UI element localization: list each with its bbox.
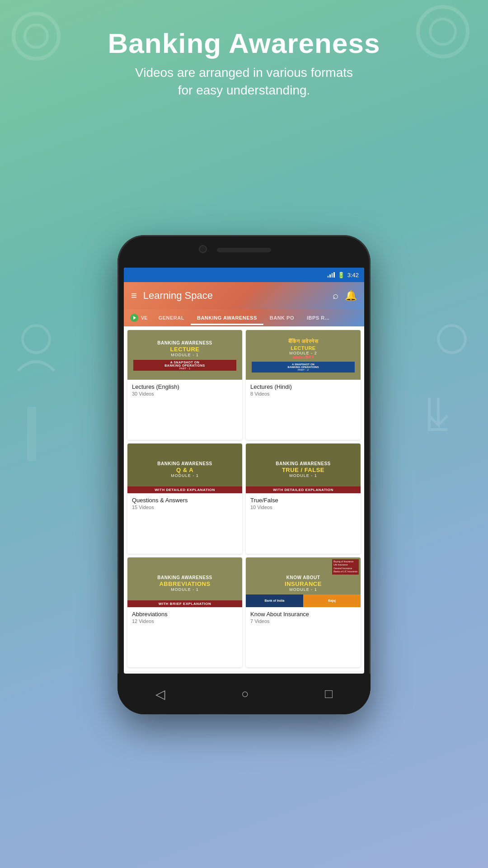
thumb-title-1: BANKING AWARENESS	[155, 340, 214, 346]
thumb-title-4: BANKING AWARENESS	[274, 461, 332, 467]
insurance-logos: Bank of India Bajaj	[246, 594, 361, 607]
live-dot	[130, 314, 138, 322]
app-bar: ≡ Learning Space ⌕ 🔔	[124, 282, 364, 309]
card-qa[interactable]: BANKING AWARENESS Q & A MODULE - 1 WITH …	[127, 443, 242, 553]
card-label-6: Know About Insurance	[250, 611, 356, 618]
thumb-module-6: MODULE - 1	[285, 587, 322, 592]
insurance-text-block: Buying of InsuranceLife InsuranceGeneral…	[332, 559, 359, 575]
thumb-banner-3: WITH DETAILED EXPLANATION	[127, 486, 242, 493]
page-subtitle: Videos are arranged in various formatsfo…	[0, 64, 488, 99]
signal-icon	[328, 272, 335, 278]
thumb-title-3: BANKING AWARENESS	[155, 461, 214, 467]
card-thumb-truefalse: BANKING AWARENESS TRUE / FALSE MODULE - …	[246, 443, 361, 493]
card-count-5: 12 Videos	[132, 618, 238, 624]
card-label-2: Lectures (Hindi)	[250, 383, 356, 390]
card-thumb-lectures-english: BANKING AWARENESS LECTURE MODULE - 1 A S…	[127, 330, 242, 380]
card-info-lectures-hindi: Lectures (Hindi) 8 Videos	[246, 380, 361, 400]
card-thumb-lectures-hindi: बैंकिंग अवेरनेस LECTURE MODULE - 2 HINDI…	[246, 330, 361, 380]
card-count-2: 8 Videos	[250, 391, 356, 396]
card-label-1: Lectures (English)	[132, 383, 238, 390]
thumb-module-3: MODULE - 1	[155, 473, 214, 478]
page-title: Banking Awareness	[0, 27, 488, 59]
tab-general[interactable]: GENERAL	[152, 311, 191, 325]
svg-point-6	[438, 326, 465, 353]
play-icon	[133, 316, 136, 320]
card-lectures-hindi[interactable]: बैंकिंग अवेरनेस LECTURE MODULE - 2 HINDI…	[246, 330, 361, 440]
card-count-4: 10 Videos	[250, 505, 356, 510]
content-grid: BANKING AWARENESS LECTURE MODULE - 1 A S…	[124, 326, 364, 671]
thumb-subtitle-3: Q & A	[155, 467, 214, 473]
tab-bank-po[interactable]: BANK PO	[263, 311, 300, 325]
thumb-module-2: MODULE - 2	[286, 351, 320, 355]
card-label-4: True/False	[250, 497, 356, 504]
insurance-logo-2: Bajaj	[303, 594, 361, 607]
thumb-hindi-title: बैंकिंग अवेरनेस	[286, 338, 320, 345]
phone-camera	[199, 245, 207, 253]
thumb-module-5: MODULE - 1	[155, 587, 214, 592]
card-info-lectures-english: Lectures (English) 30 Videos	[127, 380, 242, 400]
card-label-5: Abbreviations	[132, 611, 238, 618]
card-label-3: Questions & Answers	[132, 497, 238, 504]
thumb-subtitle-1: LECTURE	[155, 346, 214, 353]
tab-bar: VE GENERAL BANKING AWARENESS BANK PO IBP…	[124, 309, 364, 326]
card-abbreviations[interactable]: BANKING AWARENESS ABBREVIATIONS MODULE -…	[127, 557, 242, 667]
phone-screen: 🔋 3:42 ≡ Learning Space ⌕ 🔔 VE GENERAL B…	[124, 268, 364, 674]
menu-icon[interactable]: ≡	[131, 290, 137, 302]
thumb-snapshot-1: A SNAPSHOT ON	[135, 361, 235, 364]
phone-nav-bar: ◁ ○ □	[117, 674, 371, 714]
nav-back-button[interactable]: ◁	[155, 687, 165, 702]
thumb-module-4: MODULE - 1	[274, 473, 332, 478]
thumb-hindi-label: HINDI / हिंदी में	[286, 355, 320, 360]
thumb-banner-4: WITH DETAILED EXPLANATION	[246, 486, 361, 493]
card-count-3: 15 Videos	[132, 505, 238, 510]
search-icon[interactable]: ⌕	[333, 290, 338, 302]
tab-live-label: VE	[141, 315, 148, 321]
card-info-truefalse: True/False 10 Videos	[246, 493, 361, 514]
status-time: 3:42	[347, 272, 359, 278]
card-info-abbreviations: Abbreviations 12 Videos	[127, 607, 242, 627]
phone-mockup: 🔋 3:42 ≡ Learning Space ⌕ 🔔 VE GENERAL B…	[117, 235, 371, 714]
app-title: Learning Space	[143, 290, 326, 302]
card-insurance[interactable]: KNOW ABOUT INSURANCE MODULE - 1 Bank of …	[246, 557, 361, 667]
card-thumb-abbreviations: BANKING AWARENESS ABBREVIATIONS MODULE -…	[127, 557, 242, 607]
card-lectures-english[interactable]: BANKING AWARENESS LECTURE MODULE - 1 A S…	[127, 330, 242, 440]
svg-rect-2	[27, 407, 36, 461]
nav-home-button[interactable]: ○	[241, 687, 249, 701]
svg-point-3	[23, 326, 50, 353]
page-header: Banking Awareness Videos are arranged in…	[0, 27, 488, 99]
tab-live[interactable]: VE	[126, 309, 152, 326]
tab-banking-awareness[interactable]: BANKING AWARENESS	[191, 311, 263, 325]
status-bar: 🔋 3:42	[124, 268, 364, 282]
card-truefalse[interactable]: BANKING AWARENESS TRUE / FALSE MODULE - …	[246, 443, 361, 553]
nav-recent-button[interactable]: □	[325, 687, 333, 701]
thumb-title-6: KNOW ABOUT	[285, 575, 322, 580]
thumb-subtitle-6: INSURANCE	[285, 580, 322, 587]
card-count-6: 7 Videos	[250, 618, 356, 624]
thumb-subtitle-5: ABBREVIATIONS	[155, 580, 214, 587]
card-info-qa: Questions & Answers 15 Videos	[127, 493, 242, 514]
phone-speaker	[217, 248, 271, 252]
card-count-1: 30 Videos	[132, 391, 238, 396]
tab-ibps[interactable]: IBPS R...	[300, 311, 336, 325]
thumb-module-1: MODULE - 1	[155, 353, 214, 357]
thumb-title-5: BANKING AWARENESS	[155, 575, 214, 580]
thumb-subtitle-2: LECTURE	[286, 345, 320, 351]
card-info-insurance: Know About Insurance 7 Videos	[246, 607, 361, 627]
battery-icon: 🔋	[338, 272, 345, 278]
card-thumb-insurance: KNOW ABOUT INSURANCE MODULE - 1 Bank of …	[246, 557, 361, 607]
insurance-logo-1: Bank of India	[246, 594, 303, 607]
card-thumb-qa: BANKING AWARENESS Q & A MODULE - 1 WITH …	[127, 443, 242, 493]
notification-icon[interactable]: 🔔	[345, 290, 357, 302]
thumb-subtitle-4: TRUE / FALSE	[274, 467, 332, 473]
thumb-banner-5: WITH BRIEF EXPLANATION	[127, 600, 242, 607]
